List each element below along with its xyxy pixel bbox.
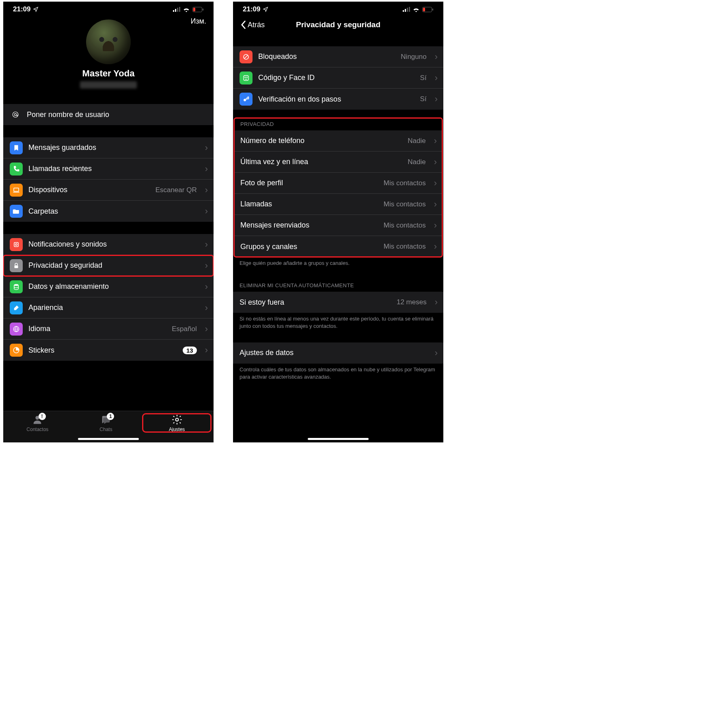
home-indicator[interactable] bbox=[308, 438, 369, 440]
row-label: Llamadas recientes bbox=[28, 165, 197, 173]
settings-row[interactable]: Mensajes guardados› bbox=[3, 137, 214, 158]
settings-row[interactable]: Llamadas recientes› bbox=[3, 158, 214, 180]
row-label: Apariencia bbox=[28, 303, 197, 312]
tab-label: Contactos bbox=[26, 427, 48, 432]
settings-row[interactable]: Apariencia› bbox=[3, 297, 214, 318]
svg-rect-0 bbox=[173, 10, 174, 12]
settings-row[interactable]: Número de teléfonoNadie› bbox=[234, 130, 443, 152]
row-label: Mensajes guardados bbox=[28, 143, 197, 152]
tab-label: Chats bbox=[99, 427, 112, 432]
bell-icon bbox=[10, 238, 23, 251]
chevron-right-icon: › bbox=[205, 282, 208, 292]
settings-row[interactable]: BloqueadosNinguno› bbox=[233, 46, 443, 67]
row-value: Mis contactos bbox=[384, 179, 426, 187]
status-time: 21:09 bbox=[13, 5, 30, 13]
row-value: Sí bbox=[420, 95, 427, 103]
settings-row[interactable]: LlamadasMis contactos› bbox=[234, 194, 443, 215]
settings-row[interactable]: Privacidad y seguridad› bbox=[3, 255, 214, 276]
row-label: Llamadas bbox=[240, 200, 378, 208]
settings-row[interactable]: Código y Face IDSí› bbox=[233, 67, 443, 89]
row-value: Escanear QR bbox=[155, 186, 197, 194]
section-header-delete: ELIMINAR MI CUENTA AUTOMÁTICAMENTE bbox=[233, 279, 443, 292]
chevron-right-icon: › bbox=[435, 94, 438, 104]
svg-rect-3 bbox=[179, 7, 180, 12]
gear-icon bbox=[171, 414, 183, 426]
privacy-footer: Elige quién puede añadirte a grupos y ca… bbox=[233, 257, 443, 267]
nav-bar: Atrás Privacidad y seguridad bbox=[233, 17, 443, 34]
svg-point-7 bbox=[13, 112, 18, 117]
svg-rect-26 bbox=[244, 76, 248, 80]
face-icon bbox=[240, 72, 253, 84]
settings-row[interactable]: Mensajes reenviadosMis contactos› bbox=[234, 215, 443, 236]
row-label: Poner nombre de usuario bbox=[27, 110, 208, 119]
chevron-right-icon: › bbox=[435, 348, 438, 358]
settings-row[interactable]: Foto de perfilMis contactos› bbox=[234, 173, 443, 194]
row-value: Mis contactos bbox=[384, 243, 426, 251]
chevron-right-icon: › bbox=[205, 206, 208, 217]
tab-ajustes[interactable]: Ajustes bbox=[142, 414, 211, 432]
svg-point-29 bbox=[244, 99, 246, 101]
svg-point-8 bbox=[14, 113, 16, 115]
chevron-right-icon: › bbox=[435, 297, 438, 308]
svg-rect-21 bbox=[409, 7, 410, 12]
settings-group-1: Mensajes guardados›Llamadas recientes›Di… bbox=[3, 137, 214, 222]
block-icon bbox=[240, 50, 253, 63]
tab-label: Ajustes bbox=[169, 427, 185, 432]
row-label: Última vez y en línea bbox=[240, 158, 402, 166]
security-group: BloqueadosNinguno›Código y Face IDSí›Ver… bbox=[233, 46, 443, 110]
home-indicator[interactable] bbox=[78, 438, 139, 440]
settings-row[interactable]: Notificaciones y sonidos› bbox=[3, 234, 214, 255]
settings-row[interactable]: Verificación en dos pasosSí› bbox=[233, 89, 443, 110]
battery-icon bbox=[422, 7, 434, 12]
settings-row[interactable]: Última vez y en líneaNadie› bbox=[234, 152, 443, 173]
svg-rect-20 bbox=[407, 8, 408, 12]
row-label: Dispositivos bbox=[28, 186, 150, 194]
svg-point-13 bbox=[14, 284, 19, 286]
folder-icon bbox=[10, 205, 23, 218]
settings-row[interactable]: Carpetas› bbox=[3, 201, 214, 222]
chevron-right-icon: › bbox=[434, 241, 437, 252]
row-label: Notificaciones y sonidos bbox=[28, 240, 197, 249]
wifi-icon bbox=[183, 7, 190, 12]
row-label: Bloqueados bbox=[258, 52, 395, 61]
tab-contactos[interactable]: ! Contactos bbox=[3, 414, 72, 432]
avatar[interactable] bbox=[86, 20, 131, 64]
cellular-icon bbox=[173, 7, 180, 12]
data-footer: Controla cuáles de tus datos son almacen… bbox=[233, 364, 443, 381]
badge-count: 1 bbox=[107, 413, 114, 420]
profile-header: Изм. Master Yoda bbox=[3, 17, 214, 96]
laptop-icon bbox=[10, 184, 23, 197]
location-icon bbox=[263, 6, 268, 12]
svg-rect-10 bbox=[14, 242, 19, 247]
svg-rect-9 bbox=[14, 188, 19, 191]
row-value: Nadie bbox=[408, 158, 425, 166]
wifi-icon bbox=[412, 7, 420, 12]
edit-button[interactable]: Изм. bbox=[190, 17, 206, 26]
settings-row[interactable]: Stickers13› bbox=[3, 340, 214, 361]
tab-chats[interactable]: 1 Chats bbox=[72, 414, 140, 432]
row-label: Privacidad y seguridad bbox=[28, 261, 197, 270]
set-username-row[interactable]: Poner nombre de usuario bbox=[3, 104, 214, 125]
row-label: Código y Face ID bbox=[258, 74, 415, 82]
status-time: 21:09 bbox=[243, 5, 260, 13]
back-button[interactable]: Atrás bbox=[240, 20, 265, 29]
settings-row[interactable]: IdiomaEspañol› bbox=[3, 318, 214, 340]
data-settings-row[interactable]: Ajustes de datos › bbox=[233, 342, 443, 364]
settings-row[interactable]: Datos y almacenamiento› bbox=[3, 276, 214, 297]
delete-footer: Si no estás en línea al menos una vez du… bbox=[233, 313, 443, 330]
svg-point-28 bbox=[247, 77, 248, 78]
cellular-icon bbox=[403, 7, 410, 12]
svg-rect-6 bbox=[193, 8, 195, 11]
row-label: Número de teléfono bbox=[240, 136, 402, 145]
delete-if-away-row[interactable]: Si estoy fuera 12 meses › bbox=[233, 292, 443, 313]
row-label: Idioma bbox=[28, 325, 166, 333]
row-label: Ajustes de datos bbox=[240, 349, 427, 357]
svg-rect-12 bbox=[15, 265, 18, 268]
svg-rect-5 bbox=[203, 9, 203, 11]
svg-rect-19 bbox=[405, 9, 406, 12]
settings-row[interactable]: DispositivosEscanear QR› bbox=[3, 180, 214, 201]
location-icon bbox=[33, 6, 39, 12]
settings-row[interactable]: Grupos y canalesMis contactos› bbox=[234, 236, 443, 257]
svg-rect-1 bbox=[175, 9, 176, 12]
row-label: Grupos y canales bbox=[240, 243, 378, 251]
